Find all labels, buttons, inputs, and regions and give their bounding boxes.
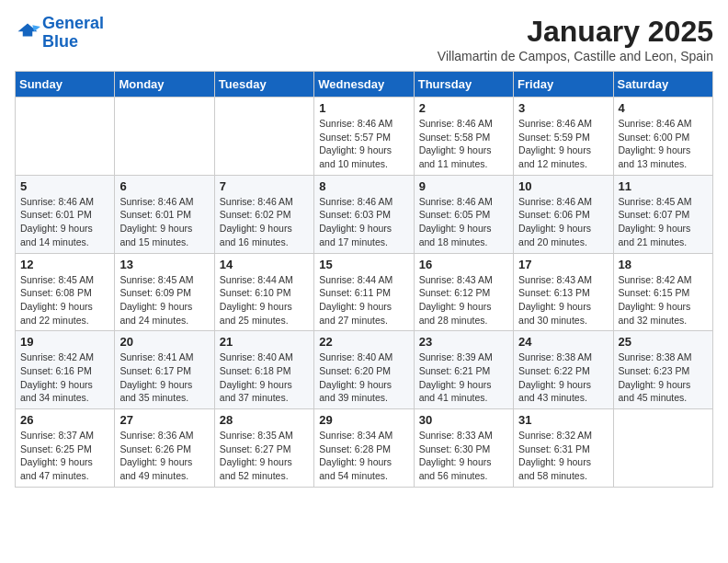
day-info: Sunrise: 8:42 AM Sunset: 6:16 PM Dayligh… bbox=[20, 350, 109, 405]
calendar-cell: 11Sunrise: 8:45 AM Sunset: 6:07 PM Dayli… bbox=[613, 175, 712, 253]
day-info: Sunrise: 8:43 AM Sunset: 6:13 PM Dayligh… bbox=[518, 273, 608, 327]
day-number: 16 bbox=[419, 258, 508, 271]
weekday-header-saturday: Saturday bbox=[613, 72, 712, 98]
day-number: 9 bbox=[419, 179, 508, 193]
day-info: Sunrise: 8:34 AM Sunset: 6:28 PM Dayligh… bbox=[319, 429, 408, 483]
day-info: Sunrise: 8:44 AM Sunset: 6:10 PM Dayligh… bbox=[220, 273, 309, 327]
day-number: 27 bbox=[119, 413, 209, 427]
calendar-week-2: 5Sunrise: 8:46 AM Sunset: 6:01 PM Daylig… bbox=[16, 175, 713, 253]
day-number: 31 bbox=[518, 413, 608, 427]
day-number: 24 bbox=[518, 335, 608, 349]
weekday-header-friday: Friday bbox=[514, 72, 613, 98]
day-info: Sunrise: 8:40 AM Sunset: 6:20 PM Dayligh… bbox=[319, 350, 408, 405]
calendar-cell: 1Sunrise: 8:46 AM Sunset: 5:57 PM Daylig… bbox=[314, 98, 414, 176]
calendar-header-row: SundayMondayTuesdayWednesdayThursdayFrid… bbox=[16, 72, 713, 98]
day-number: 2 bbox=[419, 101, 508, 115]
calendar-cell: 26Sunrise: 8:37 AM Sunset: 6:25 PM Dayli… bbox=[16, 409, 115, 488]
calendar-cell: 5Sunrise: 8:46 AM Sunset: 6:01 PM Daylig… bbox=[16, 175, 115, 253]
day-info: Sunrise: 8:45 AM Sunset: 6:08 PM Dayligh… bbox=[20, 273, 109, 327]
day-info: Sunrise: 8:46 AM Sunset: 5:58 PM Dayligh… bbox=[419, 117, 508, 171]
day-info: Sunrise: 8:38 AM Sunset: 6:23 PM Dayligh… bbox=[619, 350, 708, 405]
day-info: Sunrise: 8:46 AM Sunset: 6:02 PM Dayligh… bbox=[220, 195, 309, 249]
day-info: Sunrise: 8:37 AM Sunset: 6:25 PM Dayligh… bbox=[20, 429, 109, 483]
logo-icon bbox=[15, 20, 40, 46]
calendar-cell: 3Sunrise: 8:46 AM Sunset: 5:59 PM Daylig… bbox=[514, 98, 613, 176]
day-number: 15 bbox=[319, 258, 408, 271]
day-info: Sunrise: 8:46 AM Sunset: 5:57 PM Dayligh… bbox=[319, 117, 408, 171]
calendar-cell: 7Sunrise: 8:46 AM Sunset: 6:02 PM Daylig… bbox=[214, 175, 313, 253]
day-number: 22 bbox=[319, 335, 408, 349]
page-title: January 2025 bbox=[438, 15, 713, 49]
calendar-week-3: 12Sunrise: 8:45 AM Sunset: 6:08 PM Dayli… bbox=[16, 253, 713, 331]
weekday-header-tuesday: Tuesday bbox=[214, 72, 313, 98]
day-number: 7 bbox=[220, 179, 309, 193]
day-number: 20 bbox=[119, 335, 209, 349]
calendar-cell: 31Sunrise: 8:32 AM Sunset: 6:31 PM Dayli… bbox=[514, 409, 613, 488]
calendar-cell: 18Sunrise: 8:42 AM Sunset: 6:15 PM Dayli… bbox=[613, 253, 712, 331]
calendar-cell: 6Sunrise: 8:46 AM Sunset: 6:01 PM Daylig… bbox=[115, 175, 214, 253]
calendar-cell: 10Sunrise: 8:46 AM Sunset: 6:06 PM Dayli… bbox=[514, 175, 613, 253]
day-info: Sunrise: 8:35 AM Sunset: 6:27 PM Dayligh… bbox=[220, 429, 309, 483]
day-number: 13 bbox=[119, 258, 209, 271]
calendar-week-4: 19Sunrise: 8:42 AM Sunset: 6:16 PM Dayli… bbox=[16, 331, 713, 409]
calendar-table: SundayMondayTuesdayWednesdayThursdayFrid… bbox=[15, 71, 713, 488]
day-info: Sunrise: 8:46 AM Sunset: 6:01 PM Dayligh… bbox=[119, 195, 209, 249]
calendar-cell: 9Sunrise: 8:46 AM Sunset: 6:05 PM Daylig… bbox=[414, 175, 513, 253]
day-number: 17 bbox=[518, 258, 608, 271]
day-info: Sunrise: 8:46 AM Sunset: 6:00 PM Dayligh… bbox=[619, 117, 708, 171]
calendar-cell: 27Sunrise: 8:36 AM Sunset: 6:26 PM Dayli… bbox=[115, 409, 214, 488]
calendar-cell: 20Sunrise: 8:41 AM Sunset: 6:17 PM Dayli… bbox=[115, 331, 214, 409]
day-number: 26 bbox=[20, 413, 109, 427]
calendar-cell: 4Sunrise: 8:46 AM Sunset: 6:00 PM Daylig… bbox=[613, 98, 712, 176]
day-number: 29 bbox=[319, 413, 408, 427]
calendar-cell: 13Sunrise: 8:45 AM Sunset: 6:09 PM Dayli… bbox=[115, 253, 214, 331]
day-number: 5 bbox=[20, 179, 109, 193]
calendar-cell: 8Sunrise: 8:46 AM Sunset: 6:03 PM Daylig… bbox=[314, 175, 414, 253]
calendar-cell: 15Sunrise: 8:44 AM Sunset: 6:11 PM Dayli… bbox=[314, 253, 414, 331]
calendar-week-1: 1Sunrise: 8:46 AM Sunset: 5:57 PM Daylig… bbox=[16, 98, 713, 176]
day-info: Sunrise: 8:36 AM Sunset: 6:26 PM Dayligh… bbox=[119, 429, 209, 483]
day-number: 25 bbox=[619, 335, 708, 349]
day-info: Sunrise: 8:32 AM Sunset: 6:31 PM Dayligh… bbox=[518, 429, 608, 483]
title-block: January 2025 Villamartin de Campos, Cast… bbox=[438, 15, 713, 63]
calendar-cell bbox=[16, 98, 115, 176]
calendar-cell bbox=[613, 409, 712, 488]
weekday-header-sunday: Sunday bbox=[16, 72, 115, 98]
calendar-cell bbox=[214, 98, 313, 176]
calendar-cell: 12Sunrise: 8:45 AM Sunset: 6:08 PM Dayli… bbox=[16, 253, 115, 331]
calendar-cell: 17Sunrise: 8:43 AM Sunset: 6:13 PM Dayli… bbox=[514, 253, 613, 331]
day-number: 10 bbox=[518, 179, 608, 193]
day-number: 19 bbox=[20, 335, 109, 349]
day-info: Sunrise: 8:43 AM Sunset: 6:12 PM Dayligh… bbox=[419, 273, 508, 327]
day-number: 30 bbox=[419, 413, 508, 427]
calendar-cell: 24Sunrise: 8:38 AM Sunset: 6:22 PM Dayli… bbox=[514, 331, 613, 409]
day-info: Sunrise: 8:45 AM Sunset: 6:09 PM Dayligh… bbox=[119, 273, 209, 327]
calendar-cell: 28Sunrise: 8:35 AM Sunset: 6:27 PM Dayli… bbox=[214, 409, 313, 488]
calendar-body: 1Sunrise: 8:46 AM Sunset: 5:57 PM Daylig… bbox=[16, 98, 713, 488]
day-info: Sunrise: 8:46 AM Sunset: 6:05 PM Dayligh… bbox=[419, 195, 508, 249]
day-info: Sunrise: 8:45 AM Sunset: 6:07 PM Dayligh… bbox=[619, 195, 708, 249]
day-info: Sunrise: 8:46 AM Sunset: 5:59 PM Dayligh… bbox=[518, 117, 608, 171]
logo-text: General Blue bbox=[42, 15, 104, 52]
day-number: 23 bbox=[419, 335, 508, 349]
calendar-cell: 25Sunrise: 8:38 AM Sunset: 6:23 PM Dayli… bbox=[613, 331, 712, 409]
day-number: 12 bbox=[20, 258, 109, 271]
day-number: 21 bbox=[220, 335, 309, 349]
day-number: 3 bbox=[518, 101, 608, 115]
day-info: Sunrise: 8:38 AM Sunset: 6:22 PM Dayligh… bbox=[518, 350, 608, 405]
day-number: 4 bbox=[619, 101, 708, 115]
calendar-cell bbox=[115, 98, 214, 176]
calendar-cell: 29Sunrise: 8:34 AM Sunset: 6:28 PM Dayli… bbox=[314, 409, 414, 488]
page-header: General Blue January 2025 Villamartin de… bbox=[15, 15, 713, 63]
calendar-cell: 14Sunrise: 8:44 AM Sunset: 6:10 PM Dayli… bbox=[214, 253, 313, 331]
calendar-cell: 2Sunrise: 8:46 AM Sunset: 5:58 PM Daylig… bbox=[414, 98, 513, 176]
calendar-week-5: 26Sunrise: 8:37 AM Sunset: 6:25 PM Dayli… bbox=[16, 409, 713, 488]
day-number: 1 bbox=[319, 101, 408, 115]
day-info: Sunrise: 8:39 AM Sunset: 6:21 PM Dayligh… bbox=[419, 350, 508, 405]
weekday-header-thursday: Thursday bbox=[414, 72, 513, 98]
day-info: Sunrise: 8:41 AM Sunset: 6:17 PM Dayligh… bbox=[119, 350, 209, 405]
day-number: 14 bbox=[220, 258, 309, 271]
calendar-cell: 19Sunrise: 8:42 AM Sunset: 6:16 PM Dayli… bbox=[16, 331, 115, 409]
calendar-cell: 21Sunrise: 8:40 AM Sunset: 6:18 PM Dayli… bbox=[214, 331, 313, 409]
day-number: 8 bbox=[319, 179, 408, 193]
